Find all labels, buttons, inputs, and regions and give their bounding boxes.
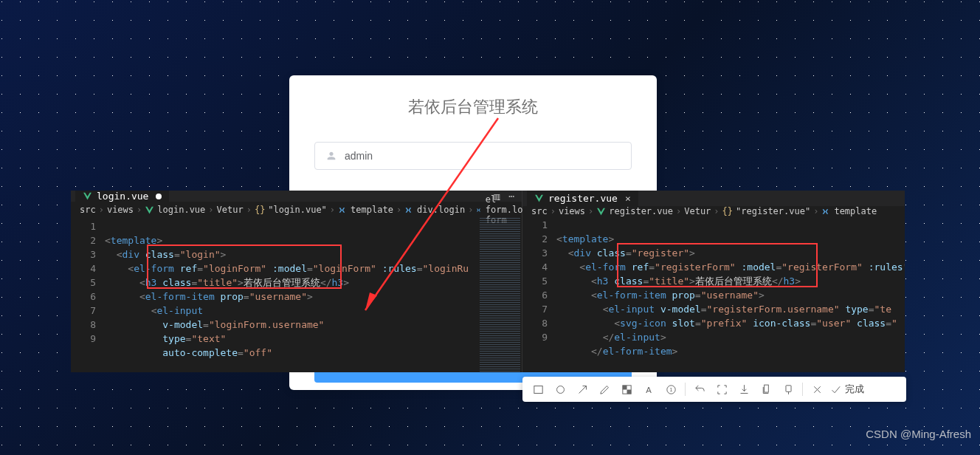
long-capture-icon[interactable]: [712, 380, 731, 399]
circle-tool-icon[interactable]: [551, 380, 570, 399]
svg-text:1: 1: [669, 387, 672, 393]
snipping-toolbar: A 1 完成: [522, 377, 906, 402]
undo-icon[interactable]: [690, 380, 709, 399]
code-area-left[interactable]: 123456789 <template> <div class="login">…: [71, 218, 522, 372]
code-area-right[interactable]: 123456789 <template> <div class="registe…: [522, 216, 905, 372]
breadcrumb-right[interactable]: src› views› register.vue› Vetur› {} "reg…: [522, 206, 905, 216]
svg-rect-7: [627, 389, 631, 394]
save-icon[interactable]: [734, 380, 753, 399]
counter-tool-icon[interactable]: 1: [661, 380, 680, 399]
vue-icon: [596, 207, 606, 216]
line-gutter: 123456789: [71, 218, 105, 372]
tag-icon: [338, 205, 348, 215]
close-icon[interactable]: ×: [625, 193, 631, 204]
tab-bar-left: login.vue ▥ ⋯: [71, 191, 522, 202]
image-credit: CSDN @Ming-Afresh: [866, 428, 971, 440]
tab-register-vue[interactable]: register.vue ×: [527, 191, 638, 206]
tab-label: register.vue: [548, 193, 618, 204]
pin-icon[interactable]: [779, 380, 798, 399]
tab-dirty-indicator: [156, 194, 162, 199]
svg-text:A: A: [646, 385, 652, 394]
editor-pane-left: login.vue ▥ ⋯ src› views› login.vue› Vet…: [71, 191, 522, 372]
tag-icon: [476, 205, 482, 215]
copy-icon[interactable]: [756, 380, 776, 399]
done-button[interactable]: 完成: [829, 383, 864, 396]
text-tool-icon[interactable]: A: [639, 380, 658, 399]
line-gutter: 123456789: [522, 216, 556, 372]
minimap-left[interactable]: [477, 218, 522, 372]
username-input[interactable]: [345, 150, 621, 162]
svg-rect-2: [534, 386, 542, 393]
tag-icon: [821, 207, 831, 216]
vscode-editor-overlay: login.vue ▥ ⋯ src› views› login.vue› Vet…: [71, 191, 905, 372]
toolbar-separator: [685, 383, 686, 396]
rect-tool-icon[interactable]: [528, 380, 548, 399]
svg-rect-12: [785, 385, 790, 391]
tab-label: login.vue: [97, 191, 148, 202]
mosaic-tool-icon[interactable]: [617, 380, 636, 399]
pen-tool-icon[interactable]: [595, 380, 614, 399]
user-icon: [325, 150, 337, 162]
svg-point-3: [556, 386, 564, 393]
arrow-tool-icon[interactable]: [573, 380, 592, 399]
vue-icon: [145, 205, 154, 215]
code-body-left[interactable]: <template> <div class="login"> <el-form …: [105, 218, 522, 372]
check-icon: [829, 383, 842, 396]
vue-icon: [534, 194, 544, 203]
login-title: 若依后台管理系统: [314, 96, 632, 118]
code-body-right[interactable]: <template> <div class="register"> <el-fo…: [556, 216, 905, 372]
svg-rect-11: [764, 385, 768, 392]
tab-login-vue[interactable]: login.vue: [75, 191, 169, 202]
editor-pane-right: register.vue × src› views› register.vue›…: [522, 191, 905, 372]
cancel-icon[interactable]: [807, 380, 827, 399]
svg-rect-6: [622, 385, 627, 389]
toolbar-separator: [802, 383, 803, 396]
tab-bar-right: register.vue ×: [522, 191, 905, 206]
breadcrumb-left[interactable]: src› views› login.vue› Vetur› {} "login.…: [71, 202, 522, 218]
tag-icon: [404, 205, 414, 215]
username-field[interactable]: [314, 142, 632, 170]
svg-line-4: [579, 386, 586, 393]
vue-icon: [83, 191, 92, 201]
